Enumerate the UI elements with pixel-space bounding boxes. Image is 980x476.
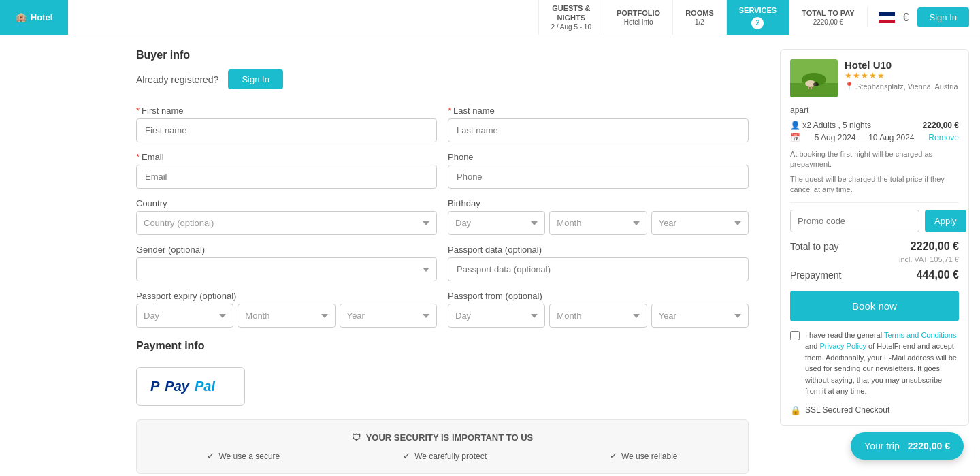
terms-conditions-link[interactable]: Terms and Conditions xyxy=(884,331,956,339)
payment-info-title: Payment info xyxy=(136,340,749,352)
paypal-pal-label: Pal xyxy=(195,379,215,394)
top-navigation: 🏨 Hotel GUESTS &NIGHTS2 / Aug 5 - 10PORT… xyxy=(0,0,980,35)
birthday-month-select[interactable]: Month xyxy=(549,211,647,235)
country-birthday-row: Country Country (optional) Birthday Day … xyxy=(136,198,749,235)
signin-button[interactable]: Sign In xyxy=(228,69,282,89)
passport-from-year-select[interactable]: Year xyxy=(651,304,749,328)
country-group: Country Country (optional) xyxy=(136,198,437,235)
apply-button[interactable]: Apply xyxy=(925,210,966,232)
location-icon: 📍 xyxy=(845,82,854,91)
nav-step-total[interactable]: TOTAL TO PAY2220,00 € xyxy=(789,0,866,35)
guests-info: 👤 x2 Adults , 5 nights xyxy=(790,121,871,130)
phone-label: Phone xyxy=(448,152,749,162)
lock-icon: 🔒 xyxy=(790,405,801,415)
hotel-card: Hotel U10 ★★★★★ 📍 Stephansplatz, Vienna,… xyxy=(780,49,969,426)
last-name-input[interactable] xyxy=(448,118,749,142)
passport-expiry-year-select[interactable]: Year xyxy=(340,304,437,328)
hotel-name: Hotel U10 xyxy=(845,59,959,71)
prepayment-label: Prepayment xyxy=(790,270,841,281)
prepayment-row: Prepayment 444,00 € xyxy=(790,269,959,281)
birthday-label: Birthday xyxy=(448,198,749,208)
birthday-year-select[interactable]: Year xyxy=(651,211,749,235)
svg-rect-5 xyxy=(811,86,812,89)
logo[interactable]: 🏨 Hotel xyxy=(0,0,68,35)
country-label: Country xyxy=(136,198,437,208)
remove-link[interactable]: Remove xyxy=(928,133,959,142)
divider-1 xyxy=(790,202,959,203)
terms-checkbox[interactable] xyxy=(790,331,800,340)
first-name-input[interactable] xyxy=(136,118,437,142)
shield-icon: 🛡 xyxy=(352,432,361,443)
passport-data-input[interactable] xyxy=(448,257,749,281)
nav-step-portfolio[interactable]: PORTFOLIOHotel Info xyxy=(604,0,672,35)
total-price: 2220,00 € xyxy=(911,240,959,253)
passport-expiry-day-select[interactable]: Day xyxy=(136,304,233,328)
last-name-label: *Last name xyxy=(448,106,749,116)
buyer-info-title: Buyer info xyxy=(136,49,749,61)
passport-data-label: Passport data (optional) xyxy=(448,244,749,255)
language-flag-icon[interactable] xyxy=(879,12,895,23)
hotel-location: 📍 Stephansplatz, Vienna, Austria xyxy=(845,82,959,91)
book-now-button[interactable]: Book now xyxy=(790,291,959,321)
floating-trip-button[interactable]: Your trip 2220,00 € xyxy=(851,432,964,460)
passport-from-label: Passport from (optional) xyxy=(448,291,749,301)
hotel-dates: 5 Aug 2024 — 10 Aug 2024 xyxy=(815,133,915,142)
hotel-note-1: At booking the first night will be charg… xyxy=(790,149,959,170)
passport-from-day-select[interactable]: Day xyxy=(448,304,545,328)
gender-group: Gender (optional) xyxy=(136,244,437,281)
hotel-image xyxy=(790,59,838,97)
gender-select[interactable] xyxy=(136,257,437,281)
vat-text: incl. VAT 105,71 € xyxy=(790,255,959,264)
security-item-3: ✓ We use reliable xyxy=(610,451,678,461)
security-item-2: ✓ We carefully protect xyxy=(403,451,487,461)
room-price: 2220,00 € xyxy=(923,121,959,130)
floating-trip-price: 2220,00 € xyxy=(908,441,950,451)
hotel-thumbnail xyxy=(790,59,838,97)
person-icon: 👤 xyxy=(790,121,800,130)
email-input[interactable] xyxy=(136,165,437,189)
your-trip-label: Your trip xyxy=(864,441,900,451)
paypal-p-icon: P xyxy=(150,379,159,394)
passport-expiry-label: Passport expiry (optional) xyxy=(136,291,437,301)
country-select[interactable]: Country (optional) xyxy=(136,211,437,235)
security-item-1: ✓ We use a secure xyxy=(207,451,280,461)
email-label: *Email xyxy=(136,152,437,162)
hotel-note-2: The guest will be charged the total pric… xyxy=(790,174,959,195)
currency-button[interactable]: € xyxy=(903,12,909,24)
already-registered-text: Already registered? xyxy=(136,74,218,85)
dates-remove-row: 📅 5 Aug 2024 — 10 Aug 2024 Remove xyxy=(790,133,959,142)
birthday-day-select[interactable]: Day xyxy=(448,211,545,235)
gender-passport-row: Gender (optional) Passport data (optiona… xyxy=(136,244,749,281)
nav-step-rooms[interactable]: ROOMS1/2 xyxy=(672,0,726,35)
phone-group: Phone xyxy=(448,152,749,189)
privacy-policy-link[interactable]: Privacy Policy xyxy=(819,342,866,350)
svg-rect-4 xyxy=(808,86,809,89)
terms-row: I have read the general Terms and Condit… xyxy=(790,330,959,397)
paypal-option[interactable]: P PayPal xyxy=(136,367,245,406)
right-panel: Hotel U10 ★★★★★ 📍 Stephansplatz, Vienna,… xyxy=(769,35,980,476)
security-section: 🛡 YOUR SECURITY IS IMPORTANT TO US ✓ We … xyxy=(136,419,749,474)
nav-actions: € Sign In xyxy=(867,7,980,27)
main-container: Buyer info Already registered? Sign In *… xyxy=(0,35,980,476)
passport-from-month-select[interactable]: Month xyxy=(549,304,647,328)
nav-signin-button[interactable]: Sign In xyxy=(917,7,969,27)
nav-step-guests[interactable]: GUESTS &NIGHTS2 / Aug 5 - 10 xyxy=(538,0,604,35)
terms-text: I have read the general Terms and Condit… xyxy=(805,330,959,397)
nav-steps: GUESTS &NIGHTS2 / Aug 5 - 10PORTFOLIOHot… xyxy=(538,0,867,35)
email-group: *Email xyxy=(136,152,437,189)
svg-point-6 xyxy=(813,82,819,86)
passport-dates-row: Passport expiry (optional) Day Month Yea… xyxy=(136,291,749,328)
phone-input[interactable] xyxy=(448,165,749,189)
hotel-icon: 🏨 xyxy=(16,12,27,22)
ssl-row: 🔒 SSL Secured Checkout xyxy=(790,405,959,415)
passport-from-date-group: Day Month Year xyxy=(448,304,749,328)
dates-icon: 📅 xyxy=(790,133,800,142)
security-items: ✓ We use a secure ✓ We carefully protect… xyxy=(149,451,736,461)
passport-expiry-month-select[interactable]: Month xyxy=(238,304,335,328)
passport-from-group: Passport from (optional) Day Month Year xyxy=(448,291,749,328)
hotel-info-text: Hotel U10 ★★★★★ 📍 Stephansplatz, Vienna,… xyxy=(845,59,959,97)
promo-input[interactable] xyxy=(790,210,919,232)
nav-step-services[interactable]: SERVICES2 xyxy=(726,0,789,35)
paypal-label: Pay xyxy=(165,379,189,394)
already-registered-row: Already registered? Sign In xyxy=(136,69,749,89)
